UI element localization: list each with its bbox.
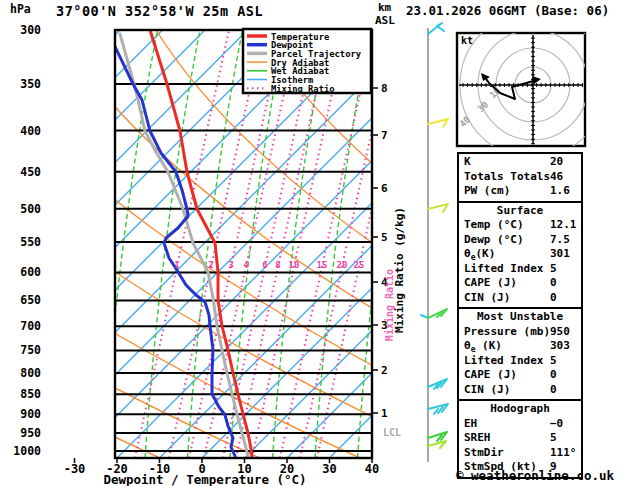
table-row: θe (K)303 bbox=[459, 339, 581, 354]
row-value: −0 bbox=[550, 417, 563, 432]
row-value: 7.5 bbox=[550, 233, 570, 248]
row-value: 0 bbox=[550, 368, 557, 383]
svg-text:450: 450 bbox=[20, 165, 41, 179]
svg-text:Mixing Ratio: Mixing Ratio bbox=[271, 84, 335, 94]
row-label: SREH bbox=[464, 431, 491, 444]
table-row: EH−0 bbox=[459, 417, 581, 432]
legend: TemperatureDewpointParcel TrajectoryDry … bbox=[243, 29, 371, 94]
svg-text:7: 7 bbox=[381, 129, 388, 142]
svg-text:800: 800 bbox=[20, 366, 41, 380]
row-value: 303 bbox=[550, 339, 570, 354]
svg-text:15: 15 bbox=[317, 260, 328, 270]
row-value: 5 bbox=[550, 431, 557, 446]
table-row: CAPE (J)0 bbox=[459, 368, 581, 383]
svg-text:4: 4 bbox=[243, 260, 249, 270]
row-label: CAPE (J) bbox=[464, 368, 517, 381]
svg-text:1: 1 bbox=[381, 407, 388, 420]
row-label: CIN (J) bbox=[464, 291, 510, 304]
svg-text:-30: -30 bbox=[64, 462, 86, 476]
row-value: 5 bbox=[550, 262, 557, 277]
row-label: θe(K) bbox=[464, 247, 495, 260]
svg-text:500: 500 bbox=[20, 202, 41, 216]
table-row: CAPE (J)0 bbox=[459, 276, 581, 291]
table-row: CIN (J)0 bbox=[459, 383, 581, 398]
temperature-axis-labels: -30-20-10010203040Dewpoint / Temperature… bbox=[64, 458, 380, 486]
table-row: SREH5 bbox=[459, 431, 581, 446]
row-label: CAPE (J) bbox=[464, 276, 517, 289]
row-value: 111° bbox=[550, 446, 577, 461]
svg-text:950: 950 bbox=[20, 426, 41, 440]
row-label: Pressure (mb) bbox=[464, 325, 550, 338]
table-row: Lifted Index5 bbox=[459, 354, 581, 369]
section-title: Most Unstable bbox=[459, 310, 581, 325]
hodograph-section: Hodograph EH−0 SREH5 StmDir111° StmSpd (… bbox=[459, 399, 581, 477]
row-value: 0 bbox=[550, 383, 557, 398]
indices-table: K20 Totals Totals46 PW (cm)1.6 Surface T… bbox=[457, 152, 583, 479]
row-value: 46 bbox=[550, 170, 563, 185]
theta-symbol: θ bbox=[464, 339, 471, 352]
svg-text:850: 850 bbox=[20, 387, 41, 401]
svg-text:40: 40 bbox=[365, 462, 379, 476]
svg-text:LCL: LCL bbox=[383, 427, 401, 438]
svg-text:30: 30 bbox=[322, 462, 336, 476]
svg-text:1000: 1000 bbox=[13, 444, 41, 458]
datetime-title: 23.01.2026 06GMT (Base: 06) bbox=[406, 3, 609, 18]
row-value: 301 bbox=[550, 247, 570, 262]
table-row: CIN (J)0 bbox=[459, 291, 581, 306]
svg-text:650: 650 bbox=[20, 293, 41, 307]
theta-unit: (K) bbox=[475, 339, 502, 352]
row-label: θe (K) bbox=[464, 339, 502, 352]
table-row: StmDir111° bbox=[459, 446, 581, 461]
svg-text:6: 6 bbox=[262, 260, 267, 270]
row-label: K bbox=[464, 155, 471, 168]
section-title: Hodograph bbox=[459, 402, 581, 417]
svg-text:400: 400 bbox=[20, 124, 41, 138]
table-row: Temp (°C)12.1 bbox=[459, 218, 581, 233]
svg-text:300: 300 bbox=[20, 23, 41, 37]
table-row: K20 bbox=[459, 155, 581, 170]
row-label: StmDir bbox=[464, 446, 504, 459]
row-label: Totals Totals bbox=[464, 170, 550, 183]
row-label: EH bbox=[464, 417, 477, 430]
row-value: 950 bbox=[550, 325, 570, 340]
altitude-unit-label: km bbox=[378, 1, 391, 14]
mixing-axis-label: Mixing RatioMixing Ratio (g/kg) bbox=[384, 207, 406, 341]
svg-text:kt: kt bbox=[461, 35, 473, 46]
row-label: Dewp (°C) bbox=[464, 233, 524, 246]
row-value: 12.1 bbox=[550, 218, 577, 233]
svg-text:20: 20 bbox=[337, 260, 348, 270]
row-label: CIN (J) bbox=[464, 383, 510, 396]
skewt-sounding-screenshot: 1234681015202530035040045050055060065070… bbox=[0, 0, 629, 486]
theta-symbol: θ bbox=[464, 247, 471, 260]
row-label: Temp (°C) bbox=[464, 218, 524, 231]
table-row: Pressure (mb)950 bbox=[459, 325, 581, 340]
pressure-axis-labels: 3003504004505005506006507007508008509009… bbox=[13, 23, 41, 458]
svg-text:750: 750 bbox=[20, 343, 41, 357]
svg-text:8: 8 bbox=[381, 82, 388, 95]
row-value: 0 bbox=[550, 291, 557, 306]
table-row: Dewp (°C)7.5 bbox=[459, 233, 581, 248]
row-value: 20 bbox=[550, 155, 563, 170]
svg-text:25: 25 bbox=[354, 260, 365, 270]
altitude-unit-label-2: ASL bbox=[375, 14, 395, 27]
table-row: θe(K)301 bbox=[459, 247, 581, 262]
table-row: Totals Totals46 bbox=[459, 170, 581, 185]
svg-text:600: 600 bbox=[20, 265, 41, 279]
svg-text:3: 3 bbox=[228, 260, 233, 270]
row-label: PW (cm) bbox=[464, 184, 510, 197]
pressure-unit-label: hPa bbox=[10, 2, 31, 16]
svg-text:10: 10 bbox=[289, 260, 300, 270]
svg-text:350: 350 bbox=[20, 77, 41, 91]
row-value: 5 bbox=[550, 354, 557, 369]
svg-text:5: 5 bbox=[381, 231, 388, 244]
row-value: 1.6 bbox=[550, 184, 570, 199]
most-unstable-section: Most Unstable Pressure (mb)950 θe (K)303… bbox=[459, 307, 581, 399]
section-title: Surface bbox=[459, 204, 581, 219]
copyright-footer: © weatheronline.co.uk bbox=[456, 468, 614, 483]
svg-text:8: 8 bbox=[275, 260, 280, 270]
svg-text:900: 900 bbox=[20, 407, 41, 421]
table-row: PW (cm)1.6 bbox=[459, 184, 581, 199]
row-value: 0 bbox=[550, 276, 557, 291]
svg-text:2: 2 bbox=[381, 364, 388, 377]
theta-unit: (K) bbox=[475, 247, 495, 260]
